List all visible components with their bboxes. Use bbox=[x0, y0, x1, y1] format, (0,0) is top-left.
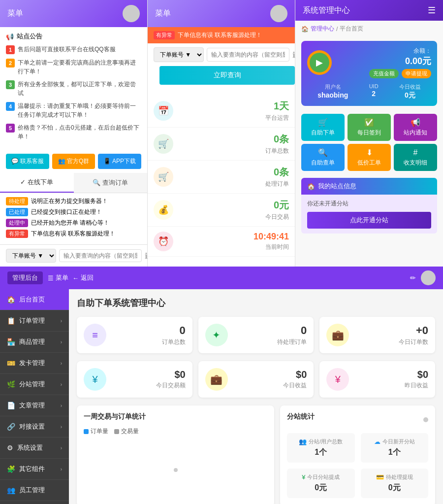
order-query-input[interactable] bbox=[59, 249, 142, 262]
branch-title: 分站统计 bbox=[287, 412, 315, 421]
self-order-btn[interactable]: 🛒自助下单 bbox=[301, 114, 345, 141]
status-badge-pending: 待处理 bbox=[6, 197, 28, 205]
user-card-top: ▶ 余额： 0.00元 充值金额 申请提现 bbox=[307, 47, 431, 78]
admin-content: 自助下单系统管理中心 ≡ 0 订单总数 ✦ 0 待处理订单 bbox=[69, 289, 443, 504]
chart-title: 一周交易与订单统计 bbox=[84, 412, 267, 421]
trade-value: $0 bbox=[112, 369, 186, 380]
earnings-value-card: $0 bbox=[234, 369, 307, 380]
chevron-widgets-icon: › bbox=[61, 467, 62, 472]
uid-label: UID bbox=[369, 83, 379, 89]
announcement-title: 站点公告 bbox=[17, 32, 42, 41]
mid-header-title: 菜单 bbox=[155, 8, 171, 19]
total-orders-label: 订单总数 bbox=[112, 338, 186, 346]
right-header-title: 系统管理中心 bbox=[303, 5, 350, 16]
open-branch-btn[interactable]: 点此开通分站 bbox=[307, 212, 431, 229]
site-notice-btn[interactable]: 📢站内通知 bbox=[394, 114, 437, 141]
admin-logo-text: 管理后台 bbox=[12, 274, 38, 281]
announcement-header: 📢 站点公告 bbox=[6, 32, 141, 41]
order-account-select[interactable]: 下单账号 ▼ bbox=[6, 249, 56, 263]
sidebar-item-widgets[interactable]: 🧩其它组件 › bbox=[0, 459, 69, 480]
admin-sidebar: 🏠后台首页 📋订单管理 › 🏪商品管理 › 🎫发卡管理 › 🌿分站管理 › 📄文… bbox=[0, 289, 69, 504]
sidebar-item-system[interactable]: ⚙系统设置 › bbox=[0, 437, 69, 459]
ann-item-4: 4 温馨提示：请勿重复下单哦！必须要等待前一任务订单完成才可以下单！ bbox=[6, 101, 141, 119]
sidebar-item-connect[interactable]: 🔗对接设置 › bbox=[0, 416, 69, 437]
stat-card-total-orders: ≡ 0 订单总数 bbox=[77, 317, 192, 353]
admin-page-title: 自助下单系统管理中心 bbox=[77, 297, 435, 309]
earnings-info-card: $0 今日收益 bbox=[234, 369, 307, 390]
daily-signin-btn[interactable]: ✅每日签到 bbox=[348, 114, 391, 141]
sidebar-item-home[interactable]: 🏠后台首页 bbox=[0, 289, 69, 310]
earnings-value: 0元 bbox=[405, 91, 415, 99]
ann-text-5: 价格贵？不怕，点击0元搭建，在后台超低价下单！ bbox=[18, 123, 141, 141]
low-price-btn[interactable]: ⬇低价工单 bbox=[348, 144, 391, 171]
breadcrumb-icon: 🏠 bbox=[301, 26, 309, 33]
sidebar-item-staff[interactable]: 👥员工管理 bbox=[0, 480, 69, 501]
menu-label: 菜单 bbox=[56, 273, 68, 282]
chevron-articles-icon: › bbox=[61, 403, 62, 408]
sidebar-label-staff: 员工管理 bbox=[19, 486, 45, 495]
ann-text-3: 所有业务全部恢复，都可以正常下单，欢迎尝试 bbox=[18, 80, 141, 98]
admin-logo: 管理后台 bbox=[7, 271, 43, 284]
hamburger-icon[interactable]: ☰ bbox=[428, 5, 436, 16]
admin-nav-back[interactable]: ← 返回 bbox=[72, 273, 94, 282]
charge-btn[interactable]: 充值金额 bbox=[369, 69, 399, 78]
legend-trade: 交易量 bbox=[114, 427, 139, 436]
withdraw-btn[interactable]: 申请提现 bbox=[402, 69, 431, 78]
today-orders-info: +0 今日订单数 bbox=[355, 324, 428, 346]
contact-service-btn[interactable]: 💬 联系客服 bbox=[6, 154, 49, 169]
status-text-pending: 说明正在努力提交到服务器！ bbox=[31, 197, 108, 205]
ann-badge-3: 3 bbox=[6, 80, 15, 89]
mid-query-input[interactable] bbox=[207, 48, 289, 62]
tab-order-online[interactable]: ✓ 在线下单 bbox=[0, 173, 74, 193]
balance-actions: 充值金额 申请提现 bbox=[369, 69, 431, 78]
chart-data-dot bbox=[174, 468, 178, 472]
chevron-cards-icon: › bbox=[61, 361, 62, 366]
qq-group-btn[interactable]: 👥 官方Q群 bbox=[52, 154, 95, 169]
branch-stat-total-users: 👥 分站/用户总数 1个 bbox=[287, 433, 354, 463]
megaphone-icon: 📢 bbox=[6, 33, 14, 40]
mid-account-select[interactable]: 下单账号 ▼ bbox=[154, 47, 204, 62]
sidebar-item-orders[interactable]: 📋订单管理 › bbox=[0, 310, 69, 332]
username-label: 用户名 bbox=[317, 83, 348, 91]
status-badge-error: 有异常 bbox=[6, 230, 28, 238]
branch-icon: 🌿 bbox=[7, 380, 15, 388]
yesterday-label: 昨日收益 bbox=[355, 381, 428, 390]
earnings-label: 今日收益 bbox=[399, 83, 421, 91]
back-icon: ← bbox=[72, 274, 79, 282]
query-now-btn[interactable]: 立即查询 bbox=[159, 66, 295, 85]
sidebar-label-branch: 分站管理 bbox=[19, 380, 45, 389]
commission-label: ¥ 今日分站提成 bbox=[292, 473, 349, 481]
branch-stat-commission: ¥ 今日分站提成 0元 bbox=[287, 469, 354, 498]
admin-header-right: ✏ bbox=[410, 270, 436, 285]
self-query-btn[interactable]: 🔍自助查单 bbox=[301, 144, 345, 171]
sidebar-item-articles[interactable]: 📄文章管理 › bbox=[0, 395, 69, 416]
pending-orders-label: 待处理订单 bbox=[234, 338, 307, 346]
app-download-btn[interactable]: 📱 APP下载 bbox=[98, 154, 141, 169]
breadcrumb-admin-link[interactable]: 管理中心 bbox=[311, 25, 334, 33]
sidebar-label-widgets: 其它组件 bbox=[19, 465, 45, 473]
stat-value-total-orders: 0条 bbox=[179, 133, 289, 146]
site-info-icon: 🏠 bbox=[307, 183, 315, 190]
stat-info-time: 10:49:41 当前时间 bbox=[179, 232, 289, 251]
branch-stat-new-today: ☁ 今日新开分站 1个 bbox=[361, 433, 428, 463]
ann-item-3: 3 所有业务全部恢复，都可以正常下单，欢迎尝试 bbox=[6, 80, 141, 98]
sidebar-label-cards: 发卡管理 bbox=[19, 359, 45, 368]
sidebar-item-cards[interactable]: 🎫发卡管理 › bbox=[0, 353, 69, 374]
status-item-pending: 待处理 说明正在努力提交到服务器！ bbox=[6, 197, 141, 205]
admin-settings-icon[interactable]: ✏ bbox=[410, 274, 416, 282]
total-users-label: 👥 分站/用户总数 bbox=[292, 438, 349, 445]
chevron-goods-icon: › bbox=[61, 339, 62, 345]
cashflow-btn[interactable]: #收支明细 bbox=[394, 144, 437, 171]
status-item-handling: 处理中 已经开始为您开单 请稍心等！ bbox=[6, 219, 141, 227]
sidebar-item-branch[interactable]: 🌿分站管理 › bbox=[0, 374, 69, 395]
today-orders-value: +0 bbox=[355, 324, 428, 337]
tab-query-order[interactable]: 🔍 查询订单 bbox=[74, 173, 148, 193]
legend-trade-label: 交易量 bbox=[121, 427, 139, 436]
status-text-handling: 已经开始为您开单 请稍心等！ bbox=[31, 219, 109, 227]
mid-panel: 菜单 有异常 下单信息有误 联系客服源处理！ 下单账号 ▼ ℹ 立即查询 📅 1… bbox=[148, 0, 295, 267]
branch-section: 分站统计 👥 分站/用户总数 1个 bbox=[280, 405, 435, 504]
withdrawal-icon: 💳 bbox=[376, 473, 384, 481]
admin-nav-menu[interactable]: ☰ 菜单 bbox=[48, 273, 68, 282]
left-avatar bbox=[123, 5, 140, 22]
sidebar-item-goods[interactable]: 🏪商品管理 › bbox=[0, 332, 69, 353]
